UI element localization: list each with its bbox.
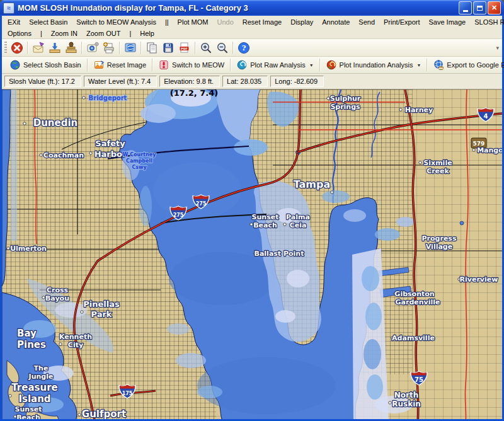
close-button[interactable]: ✕ [488,1,501,14]
menu-item-zoom-out[interactable]: Zoom OUT [82,29,125,38]
reset-image-button[interactable]: Reset Image [89,59,151,71]
menu-item-undo: Undo [213,18,238,26]
menu-item-sep[interactable]: || [161,18,173,26]
map-label-mango: Mango [472,146,502,154]
action-button-label: Plot Raw Analysis [250,61,305,69]
svg-text:SixmileCreek: SixmileCreek [423,159,452,175]
status-field-elevation: Elevation: 9.8 ft. [159,76,220,87]
zoom-out-button[interactable] [214,40,231,55]
toolbar-grip[interactable] [4,42,7,54]
menu-item-select-basin[interactable]: Select Basin [25,18,72,26]
print-button[interactable] [101,40,117,55]
town-dot [40,154,42,156]
dropdown-arrow-icon[interactable]: ▼ [416,63,421,67]
stamp-button[interactable] [63,40,79,55]
save-button[interactable] [160,40,176,55]
svg-text:Ulmerton: Ulmerton [10,245,47,253]
map-image[interactable]: 275275475175579 (17.2, 7.4)DunedinBridge… [2,89,502,419]
action-button-label: Select Slosh Basin [23,61,81,69]
menu-item-display[interactable]: Display [286,18,318,26]
menu-item-plot-mom[interactable]: Plot MOM [173,18,213,26]
svg-text:Dunedin: Dunedin [33,117,78,129]
actionbar-separator [230,59,231,71]
zoom-in-button[interactable] [198,40,214,55]
status-field-lat: Lat: 28.035 [222,76,268,87]
map-label-harney: Harney [399,106,433,114]
title-bar[interactable]: ≈ MOM SLOSH Inundation display for Tampa… [0,0,504,16]
map-label-sulphur-springs: SulphurSprings [327,95,361,111]
menu-item-slosh-report-mom[interactable]: SLOSH Report (MOM) [470,18,504,26]
toolbar-overflow-icon[interactable]: ▾ [496,45,500,50]
status-field-long: Long: -82.609 [270,76,324,87]
mail-icon [32,42,45,54]
action-button-label: Plot Inundation Analysis [340,61,413,69]
svg-text:Adamsville: Adamsville [392,334,435,342]
actionbar-separator [427,59,428,71]
help-button[interactable]: ? [236,40,252,55]
svg-text:175: 175 [122,391,133,396]
actionbar-separator [319,59,321,71]
svg-text:4: 4 [484,113,488,120]
pdf-button[interactable]: PDF [176,40,193,55]
menu-item-reset-image[interactable]: Reset Image [238,18,286,26]
svg-text:PDF: PDF [181,47,187,50]
map-label-sunset-beach: SunsetBeach [14,405,42,419]
menu-item-sep[interactable]: | [36,29,47,38]
menu-item-print-export[interactable]: Print/Export [379,18,424,26]
save-picture-icon [86,42,99,54]
map-canvas[interactable]: 275275475175579 (17.2, 7.4)DunedinBridge… [2,89,502,419]
switch-to-meow-button[interactable]: Switch to MEOW [154,59,229,71]
toolbar-separator [27,42,28,54]
menu-item-sep[interactable]: | [125,29,135,38]
image-export-button[interactable] [122,40,139,55]
svg-text:75: 75 [415,376,423,383]
select-slosh-basin-button[interactable]: Select Slosh Basin [6,59,86,71]
map-label-bridgeport: Bridgeport [83,95,127,101]
menubar-row1: EXitSelect BasinSwitch to MEOW Analysis|… [2,16,502,28]
menu-item-save-image[interactable]: Save Image [424,18,470,26]
menu-item-zoom-in[interactable]: Zoom IN [47,29,82,38]
minimize-button[interactable] [459,1,472,14]
toolbar-separator [140,42,142,54]
import-button[interactable] [47,40,63,55]
menu-item-annotate[interactable]: Annotate [318,18,354,26]
print-icon [103,42,115,54]
plot-raw-analysis-button[interactable]: Plot Raw Analysis▼ [232,59,318,71]
town-dot [399,108,402,111]
svg-text:Bridgeport: Bridgeport [89,95,127,101]
export-to-google-earth-button[interactable]: KMLExport to Google Earth▼ [429,59,504,71]
map-label-progress-village: ProgressVillage [422,234,457,251]
exit-button[interactable] [9,40,25,55]
svg-text:PalmaCeia: PalmaCeia [286,213,310,229]
town-dot [42,296,45,299]
svg-text:275: 275 [173,212,184,218]
image-export-icon [124,42,137,54]
mail-button[interactable] [30,40,47,55]
app-window: ≈ MOM SLOSH Inundation display for Tampa… [0,0,504,421]
town-dot [81,311,83,313]
maximize-button[interactable] [473,1,486,14]
svg-text:?: ? [242,43,246,52]
plot-inundation-analysis-button[interactable]: Plot Inundation Analysis▼ [322,59,426,71]
actionbar-separator [87,59,88,71]
dropdown-arrow-icon[interactable]: ▼ [309,63,314,67]
menu-item-exit[interactable]: EXit [3,18,25,26]
map-label-gulfport: Gulfport [78,408,126,419]
menu-item-switch-to-meow-analysis[interactable]: Switch to MEOW Analysis [72,18,161,26]
save-picture-button[interactable] [84,40,101,55]
menu-item-help[interactable]: Help [135,29,159,38]
map-label-adamsville: Adamsville [391,334,435,342]
actionbar-buttons-slot: Select Slosh BasinReset ImageSwitch to M… [6,59,504,71]
svg-text:KML: KML [438,67,444,70]
menu-item-options[interactable]: Options [3,29,36,38]
town-dot [250,223,253,226]
icon-toolbar: PDF? ▾ [2,39,502,57]
toolbar-separator [81,42,83,54]
copy-button[interactable] [144,40,160,55]
svg-text:Ballast Point: Ballast Point [255,250,304,258]
import-icon [49,42,61,54]
action-button-label: Reset Image [107,61,146,69]
exit-icon [11,42,23,54]
map-label-gardenville: Gardenville [395,298,440,306]
menu-item-send[interactable]: Send [354,18,379,26]
